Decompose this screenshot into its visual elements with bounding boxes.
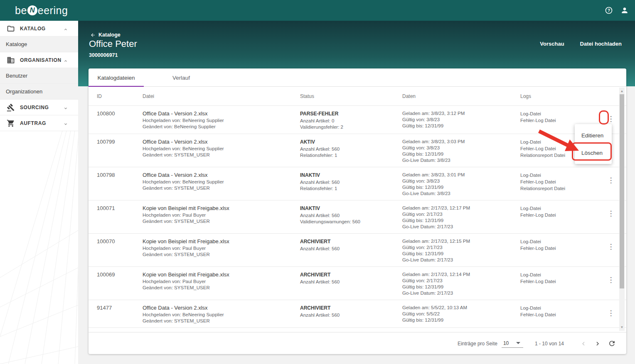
cart-icon	[7, 119, 15, 127]
back-link-label: Kataloge	[98, 32, 121, 38]
row-status-cell: ARCHIVIERT Anzahl Artikel: 560	[300, 237, 402, 263]
status-detail-line: Relationsfehler: 1	[300, 152, 402, 159]
file-name: Kopie von Beispiel mit Freigabe.xlsx	[143, 238, 300, 244]
table-footer: Einträge pro Seite 10 1 - 10 von 14	[89, 332, 626, 354]
row-file-cell: Office Data - Version 2.xlsx Hochgeladen…	[143, 304, 300, 324]
status-badge: INAKTIV	[300, 205, 402, 212]
log-file-link[interactable]: Log-Datei	[520, 271, 600, 278]
file-name: Kopie von Beispiel mit Freigabe.xlsx	[143, 271, 300, 278]
sidebar-section-sourcing[interactable]: SOURCING	[0, 100, 78, 115]
row-actions-kebab-icon[interactable]: ⋮	[606, 208, 616, 218]
sidebar-section-organisation[interactable]: ORGANISATION	[0, 52, 78, 68]
row-actions-kebab-icon[interactable]: ⋮	[606, 275, 616, 285]
status-badge: ARCHIVIERT	[300, 238, 402, 245]
sidebar-item-organizationen[interactable]: Organizationen	[0, 84, 78, 100]
daten-line: Gültig bis: 12/31/99	[402, 184, 520, 191]
table-row[interactable]: 100799 Office Data - Version 2.xlsx Hoch…	[89, 134, 626, 167]
sidebar-section-label: AUFTRAG	[20, 120, 46, 126]
datei-hochladen-button[interactable]: Datei hochladen	[580, 41, 622, 47]
table-row[interactable]: 91473 Office Data - Version 2.xlsx Hochg…	[89, 328, 626, 332]
page-size-select[interactable]: 10	[502, 340, 523, 348]
table-row[interactable]: 100800 Office Data - Version 2.xlsx Hoch…	[89, 106, 626, 134]
back-arrow-icon	[90, 32, 96, 38]
status-badge: INAKTIV	[300, 172, 402, 178]
daten-line: Geladen am: 2/17/23, 12:17 PM	[402, 205, 520, 211]
status-detail-line: Anzahl Artikel: 560	[300, 213, 402, 219]
scrollbar-up-arrow[interactable]: ▲	[619, 88, 625, 94]
row-id: 91477	[89, 304, 143, 324]
status-detail-line: Anzahl Artikel: 560	[300, 246, 402, 252]
table-row[interactable]: 100071 Kopie von Beispiel mit Freigabe.x…	[89, 200, 626, 234]
sidebar-section-auftrag[interactable]: AUFTRAG	[0, 115, 78, 131]
refresh-icon[interactable]	[606, 338, 617, 349]
chevron-up-icon	[63, 58, 68, 63]
daten-line: Gültig bis: 12/31/99	[402, 251, 520, 257]
logo-n-badge: N	[27, 5, 37, 15]
row-id: 100069	[89, 271, 143, 296]
back-link[interactable]: Kataloge	[90, 32, 121, 38]
user-account-icon[interactable]	[620, 6, 629, 15]
row-actions-kebab-icon[interactable]: ⋮	[606, 114, 616, 124]
pagination: Einträge pro Seite 10 1 - 10 von 14	[458, 332, 617, 354]
table-row[interactable]: 91477 Office Data - Version 2.xlsx Hochg…	[89, 300, 626, 328]
tab-verlauf[interactable]: Verlauf	[155, 68, 207, 87]
daten-line: Gültig von: 3/8/23	[402, 178, 520, 184]
column-header-daten: Daten	[402, 93, 520, 99]
log-file-link[interactable]: Log-Datei	[520, 205, 600, 212]
scrollbar-down-arrow[interactable]: ▼	[619, 325, 625, 330]
log-file-link[interactable]: Fehler-Log Datei	[520, 311, 600, 318]
log-file-link[interactable]: Fehler-Log Datei	[520, 117, 600, 124]
dropdown-caret-icon	[516, 342, 520, 344]
row-file-cell: Kopie von Beispiel mit Freigabe.xlsx Hoc…	[143, 204, 300, 230]
logo-text-pre: be	[15, 5, 27, 17]
vorschau-button[interactable]: Vorschau	[540, 41, 564, 47]
context-menu-item-loeschen[interactable]: Löschen	[575, 144, 612, 161]
log-file-link[interactable]: Fehler-Log Datei	[520, 178, 600, 185]
daten-line: Geladen am: 3/8/23, 3:03 PM	[402, 139, 520, 145]
status-detail-line: Anzahl Artikel: 560	[300, 279, 402, 285]
active-tab-indicator	[89, 86, 144, 87]
log-file-link[interactable]: Fehler-Log Datei	[520, 212, 600, 218]
daten-line: Geladen am: 3/8/23, 3:12 PM	[402, 110, 520, 117]
log-file-link[interactable]: Log-Datei	[520, 172, 600, 178]
row-actions-kebab-icon[interactable]: ⋮	[606, 242, 616, 252]
page-title: Office Peter	[89, 39, 137, 49]
log-file-link[interactable]: Log-Datei	[520, 305, 600, 311]
table-scrollbar[interactable]: ▲ ▼	[619, 88, 625, 331]
row-actions-kebab-icon[interactable]: ⋮	[606, 175, 616, 185]
help-icon[interactable]: ?	[604, 6, 613, 15]
file-meta-line: Hochgeladen von: BeNeering Supplier	[143, 117, 300, 124]
log-file-link[interactable]: Relationsreport Datei	[520, 185, 600, 192]
table-body: 100800 Office Data - Version 2.xlsx Hoch…	[89, 106, 626, 332]
sidebar-item-kataloge[interactable]: Kataloge	[0, 37, 78, 52]
file-meta-line: Geändert von: SYSTEM_USER	[143, 185, 300, 191]
context-menu: Editieren Löschen	[575, 124, 612, 164]
table-row[interactable]: 100798 Office Data - Version 2.xlsx Hoch…	[89, 167, 626, 200]
status-badge: PARSE-FEHLER	[300, 110, 402, 117]
daten-line: Go-Live Datum: 3/8/23	[402, 191, 520, 197]
catalog-files-card: Katalogdateien Verlauf ID Datei Status D…	[89, 68, 626, 354]
previous-page-button[interactable]	[578, 338, 589, 349]
table-row[interactable]: 100069 Kopie von Beispiel mit Freigabe.x…	[89, 267, 626, 300]
row-actions-kebab-icon[interactable]: ⋮	[606, 308, 616, 318]
beneering-logo: beNeering	[15, 0, 68, 21]
log-file-link[interactable]: Fehler-Log Datei	[520, 245, 600, 252]
page-size-label: Einträge pro Seite	[458, 341, 497, 347]
sidebar-item-benutzer[interactable]: Benutzer	[0, 68, 78, 84]
scrollbar-thumb[interactable]	[620, 94, 624, 288]
context-menu-item-editieren[interactable]: Editieren	[575, 127, 612, 144]
sidebar-section-katalog[interactable]: KATALOG	[0, 21, 78, 37]
log-file-link[interactable]: Log-Datei	[520, 110, 600, 117]
file-name: Kopie von Beispiel mit Freigabe.xlsx	[143, 205, 300, 211]
table-row[interactable]: 100070 Kopie von Beispiel mit Freigabe.x…	[89, 234, 626, 267]
log-file-link[interactable]: Log-Datei	[520, 238, 600, 245]
row-daten-cell: Geladen am: 2/17/23, 12:14 PMGültig von:…	[402, 271, 520, 296]
tab-katalogdateien[interactable]: Katalogdateien	[89, 68, 144, 87]
daten-line: Gültig von: 2/17/23	[402, 211, 520, 217]
daten-line: Gültig bis: 12/31/99	[402, 284, 520, 290]
file-meta-line: Geändert von: SYSTEM_USER	[143, 218, 300, 225]
log-file-link[interactable]: Fehler-Log Datei	[520, 278, 600, 285]
row-status-cell: INAKTIV Anzahl Artikel: 560Validierungsw…	[300, 204, 402, 230]
next-page-button[interactable]	[592, 338, 603, 349]
row-status-cell: ARCHIVIERT Anzahl Artikel: 560	[300, 271, 402, 296]
